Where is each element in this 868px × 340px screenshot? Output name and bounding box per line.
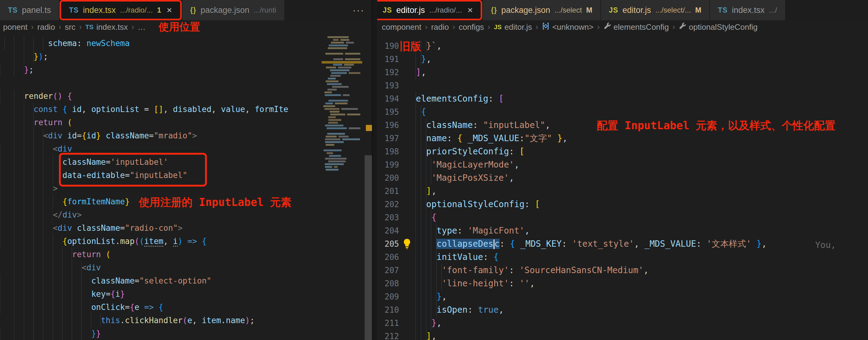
file-type-icon: TS [718, 6, 727, 14]
tab-panel-ts[interactable]: TSpanel.ts [0, 0, 59, 20]
breadcrumb-separator-icon: › [488, 23, 490, 31]
tab-group-left: TSpanel.tsTSindex.tsx.../radio/...1×{}pa… [0, 0, 373, 20]
tab-package-json[interactable]: {}package.json.../selectM [483, 0, 600, 20]
minimap[interactable] [322, 36, 362, 177]
code-line: 192], [377, 66, 868, 79]
file-type-icon: JS [383, 6, 392, 14]
breadcrumb-separator-icon: › [536, 23, 538, 31]
tab-label: panel.ts [22, 5, 51, 15]
file-type-icon: {} [190, 6, 196, 14]
breadcrumb-separator-icon: › [59, 23, 61, 31]
breadcrumb-item[interactable]: src [65, 22, 75, 32]
minimap-line [322, 108, 362, 110]
code-line: const { id, optionList = [], disabled, v… [0, 103, 365, 116]
minimap-highlight [322, 61, 362, 64]
tab-index-tsx[interactable]: TSindex.tsx.../ [710, 0, 785, 20]
code-line: 200'MagicPosXSize', [377, 171, 868, 184]
code-line: <div id={id} className="mradio"> [0, 129, 365, 143]
tab-label: package.json [200, 5, 249, 15]
tab-label: package.json [501, 5, 550, 15]
tab-description: .../ [769, 6, 777, 14]
tab-editor-js[interactable]: JSeditor.js.../radio/...× [373, 0, 482, 20]
minimap-line [322, 147, 362, 149]
overview-ruler-marker [366, 125, 372, 131]
tab-package-json[interactable]: {}package.json.../runti [182, 0, 284, 20]
tab-index-tsx[interactable]: TSindex.tsx.../radio/...1× [60, 0, 182, 20]
close-icon[interactable]: × [467, 5, 473, 15]
pane-divider[interactable] [372, 0, 377, 340]
breadcrumb-item[interactable]: optionalStyleConfig [689, 22, 757, 32]
minimap-line [322, 163, 362, 165]
tab-description: .../select/... [655, 6, 691, 14]
annotation-text: 使用注册的 InputLabel 元素 [139, 196, 291, 209]
code-line: 191}, [377, 53, 868, 66]
minimap-line [322, 44, 362, 47]
minimap-line [322, 169, 362, 171]
line-number: 207 [377, 264, 401, 277]
breadcrumb-item[interactable]: configs [459, 22, 484, 32]
code-line: }); [0, 50, 365, 63]
breadcrumb-right[interactable]: component›radio›configs›JSeditor.js›<unk… [382, 20, 757, 34]
code-line: {optionList.map((item, i) => { [0, 235, 365, 248]
breadcrumb-item[interactable]: elementsConfig [614, 22, 669, 32]
breadcrumb-item[interactable]: … [137, 22, 146, 32]
minimap-line [322, 64, 362, 66]
breadcrumb-separator-icon: › [453, 23, 455, 31]
breadcrumb-item[interactable]: component [382, 22, 422, 32]
line-number: 202 [377, 198, 401, 211]
minimap-line [322, 119, 362, 121]
minimap-line [322, 78, 362, 80]
breadcrumb-item[interactable]: radio [37, 22, 55, 32]
editor-pane-right[interactable]: 190}`,191},192],193194elementsConfig: [1… [377, 34, 868, 340]
minimap-line [322, 69, 362, 71]
code-line: 209}, [377, 290, 868, 303]
code-line: 198priorStyleConfig: [ [377, 145, 868, 158]
tab-label: editor.js [396, 5, 425, 15]
minimap-line [322, 105, 362, 107]
lightbulb-icon[interactable] [402, 239, 412, 249]
minimap-line [322, 160, 362, 162]
minimap-line [322, 72, 362, 74]
breadcrumb-item[interactable]: <unknown> [552, 22, 593, 32]
git-modified-badge: M [695, 6, 701, 14]
minimap-line [322, 97, 362, 99]
minimap-line [322, 152, 362, 154]
minimap-line [322, 94, 362, 96]
minimap-line [322, 36, 362, 38]
scrollbar-thumb[interactable] [365, 155, 372, 340]
code-line: 207'font-family': 'SourceHanSansCN-Mediu… [377, 264, 868, 277]
line-number: 210 [377, 304, 401, 317]
code-line: 193 [377, 79, 868, 92]
minimap-line [322, 102, 362, 104]
minimap-line [322, 149, 362, 151]
code-line: }; [0, 63, 365, 76]
line-number: 191 [377, 53, 401, 66]
breadcrumb-item[interactable]: radio [431, 22, 449, 32]
minimap-line [322, 144, 362, 146]
minimap-line [322, 53, 362, 55]
breadcrumb-separator-icon: › [79, 23, 82, 31]
editor-pane-left[interactable]: schema: newSchema});};render() {const { … [0, 34, 365, 340]
line-number: 205 [377, 238, 401, 251]
minimap-line [322, 58, 362, 60]
code-line: 203{ [377, 211, 868, 224]
code-line: 199'MagicLayerMode', [377, 158, 868, 171]
annotation-text: 旧版 [400, 40, 421, 53]
breadcrumb-left[interactable]: ponent›radio›src›TSindex.tsx›…使用位置 [3, 20, 200, 34]
code-line: 194elementsConfig: [ [377, 92, 868, 105]
line-number: 211 [377, 317, 401, 330]
code-line: schema: newSchema [0, 37, 365, 50]
minimap-line [322, 122, 362, 124]
code-line: key={i} [0, 287, 365, 301]
code-line: 201], [377, 184, 868, 197]
editor-actions-overflow-icon[interactable]: ··· [345, 5, 373, 16]
breadcrumb-item[interactable]: index.tsx [96, 22, 128, 32]
tab-editor-js[interactable]: JSeditor.js.../select/...M [601, 0, 709, 20]
code-line: }} [0, 327, 365, 340]
minimap-line [322, 127, 362, 129]
close-icon[interactable]: × [167, 5, 172, 15]
breadcrumb-item[interactable]: ponent [3, 22, 28, 32]
minimap-line [322, 56, 362, 57]
minimap-line [322, 133, 362, 135]
breadcrumb-item[interactable]: editor.js [505, 22, 532, 32]
